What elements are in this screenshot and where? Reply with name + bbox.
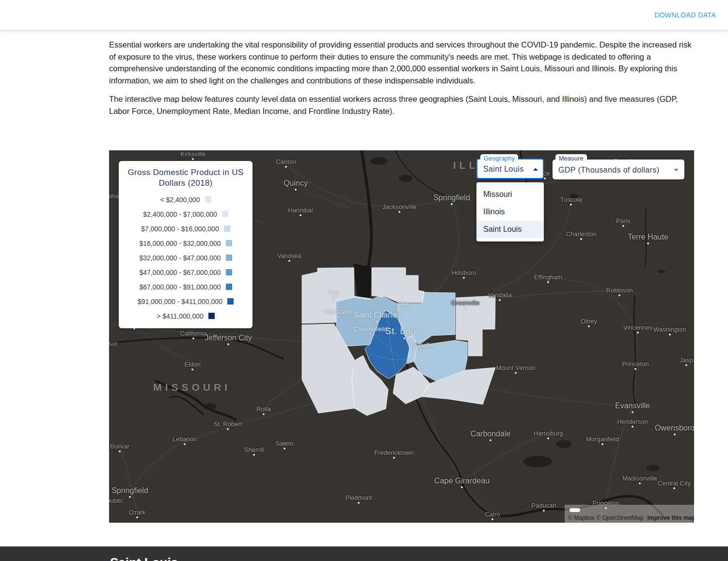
city-dot: [420, 349, 422, 351]
city-dot: [461, 486, 463, 488]
legend-item-swatch: [224, 225, 230, 232]
intro-text: Essential workers are undertaking the vi…: [109, 39, 695, 123]
mapbox-attribution-link[interactable]: © Mapbox: [568, 514, 595, 521]
city-dot: [227, 428, 229, 430]
city-dot: [369, 333, 371, 335]
map-city-label: Princeton: [622, 360, 649, 368]
city-dot: [263, 413, 265, 415]
map-city-label: Springfield: [433, 193, 470, 202]
map-city-label: Tuscola: [560, 196, 582, 203]
map-city-label: Piedmont: [346, 494, 372, 501]
download-data-link[interactable]: DOWNLOAD DATA: [654, 11, 716, 19]
city-dot: [634, 368, 636, 370]
improve-map-link[interactable]: Improve this map: [647, 514, 694, 521]
city-dot: [685, 364, 687, 366]
map-city-label: Troy: [327, 289, 340, 296]
map-city-label: Wentzville: [324, 308, 352, 315]
chevron-up-icon: [533, 168, 538, 171]
geography-option-saint-louis[interactable]: Saint Louis: [476, 221, 544, 238]
city-dot: [464, 307, 466, 309]
map-city-label: Effingham: [534, 273, 562, 281]
city-dot: [515, 372, 517, 374]
map-city-label: Cairo: [485, 511, 500, 518]
city-dot: [547, 437, 549, 439]
legend-item-swatch: [205, 196, 211, 203]
measure-dropdown-label: Measure: [555, 154, 587, 163]
city-dot: [133, 328, 135, 330]
city-dot: [192, 158, 194, 160]
attribution-text: © Mapbox © OpenStreetMap Improve this ma…: [568, 514, 694, 521]
map-city-label: St. Robert: [214, 420, 242, 428]
map-city-label: Hillsboro: [452, 269, 476, 276]
legend-rows: < $2,400,000$2,400,000 - $7,000,000$7,00…: [123, 192, 249, 323]
geography-option-missouri[interactable]: Missouri: [476, 186, 544, 203]
map-city-label: Terre Haute: [628, 233, 668, 241]
city-dot: [543, 510, 545, 512]
city-dot: [403, 337, 405, 339]
city-dot: [288, 260, 290, 262]
map-city-label: dsor: [109, 340, 118, 347]
map-city-label: Salem: [276, 440, 294, 447]
city-dot: [376, 321, 378, 322]
city-dot: [398, 211, 400, 213]
map-city-label: Canton: [276, 158, 296, 165]
legend-item: $2,400,000 - $7,000,000: [123, 207, 249, 222]
measure-dropdown[interactable]: Measure GDP (Thousands of dollars): [553, 160, 684, 179]
osm-attribution-link[interactable]: © OpenStreetMap: [596, 514, 643, 521]
map-state-label: MISSOURI: [153, 382, 231, 393]
legend-item: $47,000,000 - $67,000,000: [123, 265, 249, 280]
city-dot: [463, 277, 465, 279]
city-dot: [618, 294, 620, 296]
geography-dropdown[interactable]: Geography Saint Louis: [476, 159, 544, 179]
legend-item-swatch: [227, 298, 234, 305]
map-legend: Gross Domestic Product in US Dollars (20…: [119, 161, 253, 328]
city-dot: [547, 281, 549, 283]
city-dot: [499, 299, 501, 301]
legend-item: $67,000,000 - $91,000,000: [123, 280, 249, 294]
city-dot: [622, 225, 624, 227]
city-dot: [295, 189, 297, 191]
city-dot: [639, 482, 641, 484]
map-city-label: Eldon: [184, 361, 200, 368]
city-dot: [632, 411, 633, 413]
geography-dropdown-menu: Missouri Illinois Saint Louis: [476, 182, 544, 241]
intro-paragraph-1: Essential workers are undertaking the vi…: [109, 39, 695, 87]
city-dot: [674, 433, 676, 435]
city-dot: [192, 337, 194, 339]
map-city-label: Harrisburg: [534, 430, 563, 437]
map-city-label: Quincy: [284, 179, 308, 188]
map-city-label: othe: [109, 192, 119, 200]
legend-item-label: $47,000,000 - $67,000,000: [139, 269, 221, 276]
legend-item-swatch: [226, 284, 232, 290]
legend-item-swatch: [208, 313, 215, 319]
city-dot: [580, 238, 582, 240]
page: DOWNLOAD DATA Essential workers are unde…: [0, 0, 728, 561]
city-dot: [358, 502, 360, 504]
legend-item: $7,000,000 - $16,000,000: [123, 222, 249, 236]
legend-item-label: $67,000,000 - $91,000,000: [139, 283, 221, 291]
page-header: DOWNLOAD DATA: [0, 0, 728, 31]
geography-option-illinois[interactable]: Illinois: [476, 203, 544, 221]
map-city-label: Jefferson City: [205, 334, 252, 342]
map-city-label: St. Louis: [385, 326, 423, 337]
city-dot: [129, 496, 131, 498]
map-city-label: Vincennes: [623, 324, 652, 331]
city-dot: [191, 369, 193, 370]
map-city-label: Alton: [396, 300, 411, 307]
map-city-label: Carbondale: [471, 430, 511, 438]
city-dot: [451, 203, 453, 205]
map-city-label: Sherrill: [244, 446, 264, 453]
geography-selected-value: Saint Louis: [483, 165, 524, 174]
legend-item: $91,000,000 - $411,000,000: [123, 294, 249, 309]
mapbox-logo-pill[interactable]: [570, 508, 580, 512]
map-city-label: Washington: [653, 326, 686, 333]
legend-item-swatch: [222, 211, 228, 217]
map-city-label: Cape Girardeau: [434, 477, 490, 485]
map-city-label: Charleston: [566, 230, 597, 238]
map-city-label: Bolivar: [110, 443, 129, 450]
interactive-map[interactable]: KirksvilleotheCantonQuincyHannibalJackso…: [109, 150, 694, 523]
city-dot: [673, 487, 675, 489]
map-city-label: Mount Vernon: [496, 364, 536, 371]
map-city-label: Chesterfield: [353, 325, 387, 333]
city-dot: [544, 177, 546, 179]
